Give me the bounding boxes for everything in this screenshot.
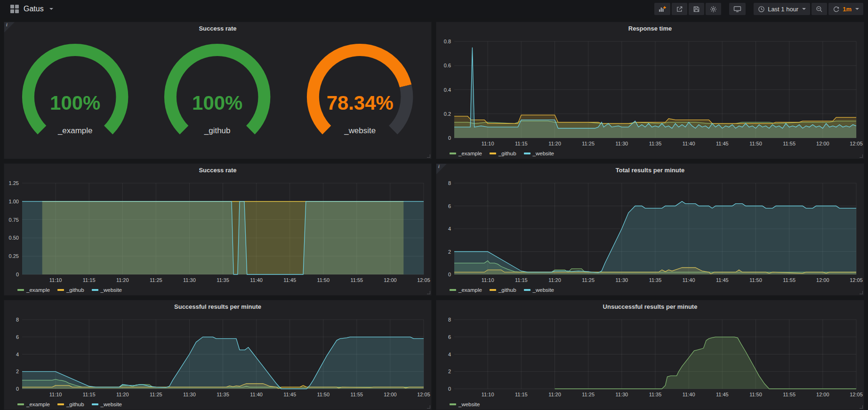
legend-item-_website[interactable]: _website <box>92 402 122 407</box>
legend-item-_website[interactable]: _website <box>92 287 122 293</box>
y-tick-label: 8 <box>16 317 19 322</box>
chart-legend: _example_github_website <box>4 399 431 410</box>
legend-item-_github[interactable]: _github <box>490 151 516 156</box>
x-tick-label: 11:40 <box>250 392 263 397</box>
panel-successful-results: Successful results per minute 0246811:10… <box>4 300 432 410</box>
x-tick-label: 11:35 <box>649 392 662 397</box>
x-tick-label: 11:10 <box>482 392 494 397</box>
dashboard-title[interactable]: Gatus <box>24 5 44 13</box>
legend-series-name: _website <box>533 287 554 293</box>
settings-button[interactable] <box>706 3 721 15</box>
x-tick-label: 12:05 <box>850 392 863 397</box>
info-icon[interactable] <box>4 22 15 32</box>
series-area-_website <box>555 337 857 389</box>
zoom-out-button[interactable] <box>812 3 827 15</box>
share-icon <box>676 6 683 13</box>
add-panel-button[interactable] <box>654 3 670 15</box>
x-tick-label: 11:50 <box>749 277 762 283</box>
grid-square <box>10 5 14 8</box>
success-rate-chart[interactable]: 00.250.500.751.001.2511:1011:1511:2011:2… <box>4 176 431 285</box>
y-tick-label: 0.50 <box>9 235 19 241</box>
x-tick-label: 11:25 <box>150 277 162 283</box>
panel-title[interactable]: Success rate <box>199 167 236 174</box>
x-tick-label: 11:40 <box>683 392 695 397</box>
legend-series-name: _example <box>458 287 482 293</box>
legend-item-_website[interactable]: _website <box>524 287 554 293</box>
x-tick-label: 11:15 <box>515 141 528 146</box>
y-tick-label: 6 <box>16 334 19 340</box>
legend-series-name: _website <box>458 402 480 407</box>
response-time-chart[interactable]: 00.20.40.60.811:1011:1511:2011:2511:3011… <box>436 34 864 148</box>
save-button[interactable] <box>689 3 704 15</box>
chevron-down-icon[interactable] <box>49 8 53 10</box>
legend-item-_github[interactable]: _github <box>57 287 84 293</box>
dashboard-grid-icon[interactable] <box>10 5 19 13</box>
legend-color-dash <box>450 403 456 405</box>
x-tick-label: 11:50 <box>749 392 762 397</box>
series-area-_website <box>22 337 424 389</box>
save-icon <box>693 6 700 13</box>
total-results-chart[interactable]: 0246811:1011:1511:2011:2511:3011:3511:40… <box>436 176 864 285</box>
x-tick-label: 11:50 <box>317 392 330 397</box>
x-tick-label: 11:30 <box>183 392 196 397</box>
panel-resize-handle[interactable] <box>427 291 430 294</box>
panel-resize-handle[interactable] <box>427 405 430 409</box>
x-tick-label: 11:25 <box>582 277 595 283</box>
x-tick-label: 11:15 <box>515 277 528 283</box>
panel-title[interactable]: Successful results per minute <box>174 303 261 310</box>
x-tick-label: 11:25 <box>150 392 162 397</box>
legend-item-_example[interactable]: _example <box>450 287 482 293</box>
legend-item-_website[interactable]: _website <box>524 151 554 156</box>
y-tick-label: 0.8 <box>444 39 451 44</box>
y-tick-label: 4 <box>16 352 19 357</box>
navbar: Gatus <box>0 0 868 18</box>
legend-item-_example[interactable]: _example <box>17 402 50 407</box>
y-tick-label: 4 <box>448 352 451 357</box>
gauge-row: 100%_example 100%_github 78.34%_website <box>4 34 431 161</box>
panel-resize-handle[interactable] <box>860 154 863 158</box>
x-tick-label: 12:00 <box>816 141 829 146</box>
refresh-interval-label: 1m <box>843 6 852 13</box>
panel-resize-handle[interactable] <box>860 405 863 409</box>
legend-item-_example[interactable]: _example <box>17 287 50 293</box>
panel-title[interactable]: Response time <box>628 25 672 32</box>
x-tick-label: 12:05 <box>850 277 863 283</box>
y-tick-label: 0.2 <box>444 111 451 117</box>
legend-item-_github[interactable]: _github <box>57 402 84 407</box>
y-tick-label: 0 <box>448 135 451 141</box>
panel-resize-handle[interactable] <box>860 291 863 294</box>
x-tick-label: 11:10 <box>49 277 62 283</box>
tv-mode-button[interactable] <box>729 3 746 15</box>
panel-resize-handle[interactable] <box>427 154 430 158</box>
legend-series-name: _github <box>498 287 516 293</box>
x-tick-label: 11:35 <box>649 277 662 283</box>
gauge-value: 78.34% <box>326 92 393 114</box>
share-button[interactable] <box>672 3 687 15</box>
x-tick-label: 12:00 <box>816 392 829 397</box>
legend-color-dash <box>92 403 98 405</box>
x-tick-label: 11:15 <box>83 392 96 397</box>
panel-title[interactable]: Unsuccessful results per minute <box>603 303 698 310</box>
y-tick-label: 8 <box>448 180 451 186</box>
x-tick-label: 11:45 <box>716 141 729 146</box>
refresh-button[interactable]: 1m <box>828 3 863 15</box>
legend-item-_example[interactable]: _example <box>450 151 482 156</box>
panel-success-rate-timeseries: Success rate 00.250.500.751.001.2511:101… <box>4 163 432 296</box>
panel-title[interactable]: Success rate <box>199 25 236 32</box>
x-tick-label: 11:30 <box>183 277 196 283</box>
legend-color-dash <box>450 289 456 291</box>
y-tick-label: 2 <box>448 369 451 374</box>
info-icon[interactable] <box>436 164 447 174</box>
panel-title[interactable]: Total results per minute <box>616 167 684 174</box>
legend-item-_github[interactable]: _github <box>490 287 516 293</box>
x-tick-label: 11:45 <box>716 392 729 397</box>
x-tick-label: 11:50 <box>749 141 762 146</box>
legend-item-_website[interactable]: _website <box>450 402 480 407</box>
add-panel-icon <box>659 5 666 13</box>
x-tick-label: 11:20 <box>548 392 561 397</box>
unsuccessful-results-chart[interactable]: 0246811:1011:1511:2011:2511:3011:3511:40… <box>436 313 864 399</box>
legend-series-name: _website <box>101 402 122 407</box>
time-range-picker[interactable]: Last 1 hour <box>754 3 810 15</box>
x-tick-label: 11:15 <box>515 392 528 397</box>
successful-results-chart[interactable]: 0246811:1011:1511:2011:2511:3011:3511:40… <box>4 313 431 399</box>
